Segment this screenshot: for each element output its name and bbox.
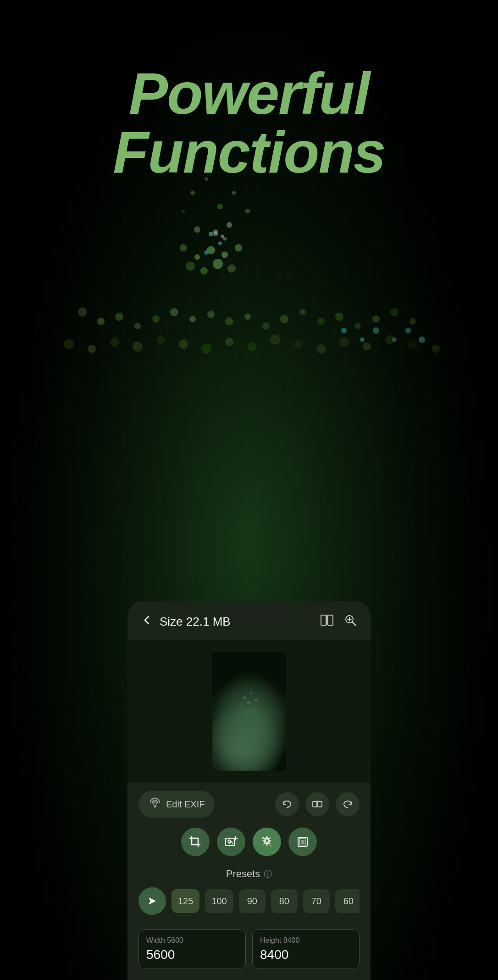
svg-rect-67 <box>321 615 326 625</box>
preset-125-button[interactable]: 125 <box>172 889 199 913</box>
hero-line2: Functions <box>0 123 498 182</box>
svg-point-35 <box>262 322 270 330</box>
height-label: Height 8400 <box>260 936 352 945</box>
svg-point-4 <box>232 191 236 195</box>
svg-point-42 <box>390 308 398 316</box>
svg-point-45 <box>88 345 96 353</box>
preset-70-button[interactable]: 70 <box>303 889 330 913</box>
zoom-button[interactable] <box>343 613 358 631</box>
size-label: Size 22.1 MB <box>160 615 231 629</box>
fingerprint-icon <box>149 796 161 812</box>
svg-point-82 <box>256 714 260 718</box>
preset-60-label: 60 <box>343 896 354 907</box>
svg-point-62 <box>360 337 365 342</box>
svg-point-78 <box>255 699 257 701</box>
svg-point-63 <box>373 327 379 334</box>
width-label: Width 5600 <box>146 936 238 945</box>
add-photo-tool-button[interactable] <box>217 828 245 856</box>
svg-point-89 <box>262 837 264 839</box>
width-dimension-box[interactable]: Width 5600 5600 <box>138 930 246 969</box>
preset-100-button[interactable]: 100 <box>205 889 233 913</box>
svg-point-29 <box>152 315 160 323</box>
svg-point-61 <box>341 328 347 333</box>
svg-point-10 <box>180 244 187 252</box>
svg-rect-68 <box>328 615 333 625</box>
preset-90-button[interactable]: 90 <box>239 889 266 913</box>
rotate-right-button[interactable] <box>336 792 360 816</box>
svg-point-44 <box>64 339 74 349</box>
svg-point-24 <box>221 235 224 238</box>
preset-100-label: 100 <box>211 896 227 907</box>
svg-point-16 <box>200 267 208 274</box>
svg-point-28 <box>134 323 141 329</box>
svg-point-48 <box>156 336 165 344</box>
layers-tool-button[interactable] <box>288 828 317 856</box>
svg-point-23 <box>213 230 218 234</box>
svg-point-19 <box>209 232 213 236</box>
height-value: 8400 <box>260 947 352 962</box>
actions-row: Edit EXIF <box>127 783 371 826</box>
preset-125-label: 125 <box>178 896 193 907</box>
hero-section: Powerful Functions <box>0 64 498 182</box>
svg-point-27 <box>115 313 123 321</box>
svg-point-36 <box>280 315 288 323</box>
svg-point-47 <box>133 342 143 352</box>
svg-point-54 <box>294 340 302 348</box>
svg-rect-84 <box>318 801 322 807</box>
preset-80-label: 80 <box>279 896 289 907</box>
svg-point-65 <box>405 328 411 333</box>
svg-point-55 <box>316 344 326 353</box>
svg-point-26 <box>97 318 105 325</box>
hero-line1: Powerful <box>0 64 498 123</box>
compare-button[interactable] <box>319 612 335 631</box>
preset-80-button[interactable]: 80 <box>271 889 298 913</box>
svg-point-60 <box>432 345 440 353</box>
presets-section: Presets ⓘ 125 100 90 80 70 <box>127 863 371 922</box>
svg-point-3 <box>217 204 223 209</box>
svg-point-66 <box>419 336 425 343</box>
preset-60-button[interactable]: 60 <box>335 889 360 913</box>
svg-point-39 <box>335 313 343 321</box>
svg-point-77 <box>247 700 251 704</box>
svg-point-52 <box>248 342 257 351</box>
svg-point-5 <box>182 210 185 213</box>
svg-point-57 <box>363 342 371 351</box>
svg-point-76 <box>250 692 252 694</box>
rotate-left-button[interactable] <box>275 792 299 816</box>
svg-point-53 <box>270 335 280 345</box>
svg-point-7 <box>194 226 200 233</box>
svg-point-37 <box>299 309 306 315</box>
svg-point-90 <box>270 845 271 846</box>
edit-exif-button[interactable]: Edit EXIF <box>138 791 215 818</box>
svg-rect-93 <box>301 840 304 844</box>
svg-point-51 <box>225 338 233 346</box>
dimensions-row: Width 5600 5600 Height 8400 8400 <box>127 922 371 980</box>
svg-point-64 <box>392 337 397 342</box>
top-bar: Size 22.1 MB <box>127 601 371 640</box>
svg-point-49 <box>179 340 188 349</box>
svg-point-6 <box>245 209 250 213</box>
preview-image <box>212 652 286 771</box>
height-dimension-box[interactable]: Height 8400 8400 <box>252 930 360 969</box>
svg-point-25 <box>78 308 87 317</box>
svg-point-18 <box>227 264 236 273</box>
action-icons-group <box>275 792 360 816</box>
svg-point-31 <box>189 316 196 322</box>
svg-point-80 <box>244 709 249 714</box>
crop-tool-button[interactable] <box>181 828 210 856</box>
svg-point-21 <box>204 250 209 255</box>
preset-90-label: 90 <box>247 896 257 907</box>
svg-point-11 <box>194 254 200 260</box>
preset-send-button[interactable] <box>138 887 166 915</box>
flip-button[interactable] <box>305 792 329 816</box>
svg-point-41 <box>372 315 380 323</box>
svg-point-17 <box>213 259 223 269</box>
magic-edit-tool-button[interactable] <box>253 828 281 856</box>
tools-row <box>127 826 371 863</box>
svg-point-50 <box>201 344 211 354</box>
presets-label: Presets <box>226 868 260 880</box>
presets-info-icon[interactable]: ⓘ <box>264 868 272 879</box>
svg-point-46 <box>110 337 119 347</box>
back-button[interactable] <box>140 614 153 630</box>
top-bar-left: Size 22.1 MB <box>140 614 231 630</box>
